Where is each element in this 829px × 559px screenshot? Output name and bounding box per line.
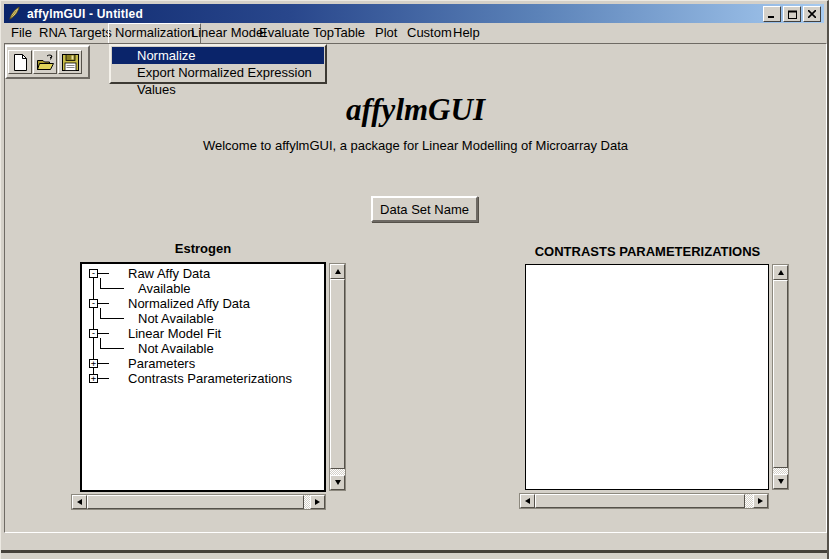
contrasts-listbox[interactable] [525,264,769,490]
scroll-right-icon [758,498,763,504]
tree-row: + Contrasts Parameterizations [82,371,324,386]
scroll-down-button[interactable] [330,475,345,490]
vscroll-thumb[interactable] [330,279,345,469]
collapse-icon[interactable]: - [89,329,98,338]
dataset-tree-box: - Raw Affy Data Available - Normalized A… [80,262,326,492]
scroll-up-button[interactable] [330,264,345,279]
menu-custom[interactable]: Custom [404,23,455,42]
menu-item-normalize[interactable]: Normalize [112,47,324,64]
tk-feather-icon [7,6,22,21]
scroll-up-icon [778,270,784,275]
hscroll-thumb[interactable] [535,494,745,508]
hscroll-thumb[interactable] [87,495,304,509]
tree-row: Available [82,281,324,296]
scroll-left-icon [525,498,530,504]
scroll-right-button[interactable] [310,495,325,509]
vscroll-thumb[interactable] [773,280,788,468]
page-title: affylmGUI [5,92,826,128]
right-panel-header: CONTRASTS PARAMETERIZATIONS [505,244,790,259]
welcome-text: Welcome to affylmGUI, a package for Line… [5,138,826,153]
tree-item-parameters[interactable]: Parameters [128,356,195,371]
maximize-icon [788,10,797,19]
tree-row: + Parameters [82,356,324,371]
minimize-icon [767,10,777,18]
scroll-right-icon [315,499,320,505]
left-panel-hscrollbar[interactable] [71,494,326,510]
tree-row: - Linear Model Fit [82,326,324,341]
right-panel-vscrollbar[interactable] [772,264,789,490]
window-bottom-edge [1,550,827,553]
new-file-icon [13,54,28,71]
tree-row: Not Available [82,341,324,356]
maximize-button[interactable] [783,6,801,22]
client-area: affylmGUI Welcome to affylmGUI, a packag… [4,43,827,533]
window-controls [763,6,821,22]
normalization-dropdown-menu: Normalize Export Normalized Expression V… [109,44,327,84]
menu-item-export-normalized[interactable]: Export Normalized Expression Values [112,64,324,81]
open-file-button[interactable] [33,50,57,74]
tree-item-linear-model-status[interactable]: Not Available [138,341,214,356]
scroll-down-icon [778,479,784,484]
tree-item-linear-model-fit[interactable]: Linear Model Fit [128,326,221,341]
tree-row: Not Available [82,311,324,326]
new-file-button[interactable] [8,50,32,74]
scroll-down-icon [335,480,341,485]
tree-item-contrasts-parameterizations[interactable]: Contrasts Parameterizations [128,371,292,386]
scroll-up-button[interactable] [773,265,788,280]
window-title: affylmGUI - Untitled [27,7,143,21]
scroll-right-button[interactable] [753,494,768,508]
scroll-left-button[interactable] [520,494,535,508]
tree-row: - Normalized Affy Data [82,296,324,311]
save-file-button[interactable] [58,50,82,74]
collapse-icon[interactable]: - [89,269,98,278]
tree-item-raw-status[interactable]: Available [138,281,191,296]
menu-help[interactable]: Help [450,23,483,42]
scroll-up-icon [335,269,341,274]
toolbar [5,45,90,79]
expand-icon[interactable]: + [89,374,98,383]
menu-evaluate[interactable]: Evaluate [256,23,313,42]
menu-rna-targets[interactable]: RNA Targets [36,23,115,42]
app-window: affylmGUI - Untitled File RNA Targets No… [0,0,829,559]
scroll-left-button[interactable] [72,495,87,509]
right-panel-hscrollbar[interactable] [519,493,769,509]
save-floppy-icon [62,54,79,71]
menu-bar: File RNA Targets Normalization Linear Mo… [4,23,824,43]
tree-row: - Raw Affy Data [82,266,324,281]
titlebar[interactable]: affylmGUI - Untitled [4,4,824,23]
scroll-left-icon [77,499,82,505]
tree-item-normalized-affy-data[interactable]: Normalized Affy Data [128,296,250,311]
data-set-name-button[interactable]: Data Set Name [371,196,478,222]
tree-item-raw-affy-data[interactable]: Raw Affy Data [128,266,210,281]
collapse-icon[interactable]: - [89,299,98,308]
scroll-down-button[interactable] [773,474,788,489]
left-panel-header: Estrogen [60,241,346,256]
close-button[interactable] [803,6,821,22]
expand-icon[interactable]: + [89,359,98,368]
minimize-button[interactable] [763,6,781,22]
close-icon [808,10,816,18]
menu-plot[interactable]: Plot [372,23,400,42]
menu-file[interactable]: File [8,23,35,42]
open-folder-icon [36,54,55,71]
tree-item-normalized-status[interactable]: Not Available [138,311,214,326]
left-panel-vscrollbar[interactable] [329,263,346,491]
menu-toptable[interactable]: TopTable [310,23,368,42]
dataset-tree: - Raw Affy Data Available - Normalized A… [82,264,324,490]
